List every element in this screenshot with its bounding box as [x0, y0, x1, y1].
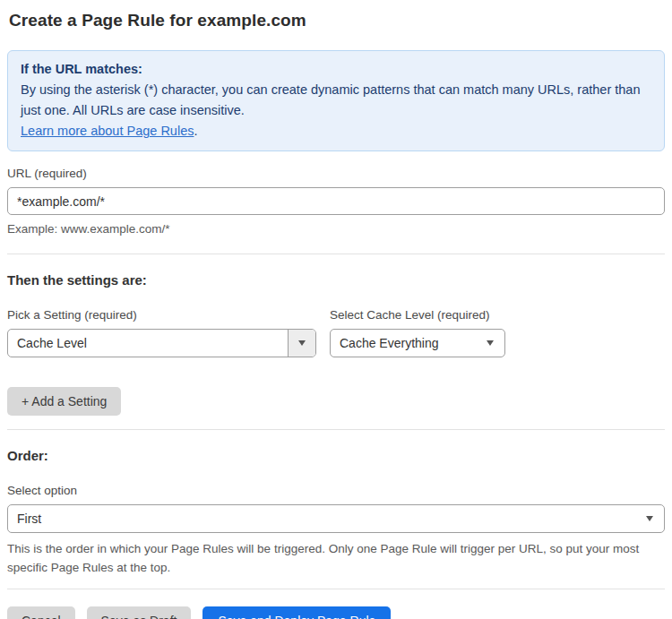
url-label: URL (required) [7, 167, 665, 180]
order-value: First [8, 512, 646, 526]
order-helper-text: This is the order in which your Page Rul… [7, 539, 665, 577]
cache-level-value: Cache Everything [331, 336, 487, 350]
action-buttons-row: Cancel Save as Draft Save and Deploy Pag… [7, 606, 665, 619]
chevron-down-icon [288, 330, 315, 357]
settings-section-heading: Then the settings are: [7, 272, 665, 288]
page-title: Create a Page Rule for example.com [9, 11, 663, 30]
info-box-body: By using the asterisk (*) character, you… [21, 80, 651, 121]
info-box-heading: If the URL matches: [21, 59, 651, 80]
info-box-link-line: Learn more about Page Rules. [21, 121, 651, 142]
link-period: . [194, 124, 197, 138]
pick-setting-column: Pick a Setting (required) Cache Level [7, 308, 330, 357]
cache-level-label: Select Cache Level (required) [330, 308, 505, 322]
order-dropdown[interactable]: First [7, 504, 665, 533]
settings-row: Pick a Setting (required) Cache Level Se… [7, 308, 665, 357]
pick-setting-label: Pick a Setting (required) [7, 308, 330, 322]
chevron-down-icon [646, 516, 653, 521]
divider [7, 254, 665, 254]
triangle-glyph [298, 340, 306, 346]
pick-setting-dropdown[interactable]: Cache Level [7, 329, 316, 357]
save-as-draft-button[interactable]: Save as Draft [87, 606, 192, 619]
url-match-info-box: If the URL matches: By using the asteris… [7, 50, 665, 151]
chevron-down-icon [487, 340, 494, 346]
cancel-button[interactable]: Cancel [7, 606, 75, 619]
pick-setting-value: Cache Level [8, 336, 288, 350]
learn-more-link[interactable]: Learn more about Page Rules [21, 124, 194, 138]
divider [7, 429, 665, 430]
url-input[interactable] [7, 187, 665, 215]
add-setting-button[interactable]: + Add a Setting [7, 387, 121, 416]
order-section-heading: Order: [7, 448, 665, 463]
save-and-deploy-button[interactable]: Save and Deploy Page Rule [202, 606, 391, 619]
create-page-rule-form: Create a Page Rule for example.com If th… [0, 11, 672, 619]
order-select-label: Select option [7, 484, 665, 497]
url-example-text: Example: www.example.com/* [7, 220, 665, 238]
cache-level-column: Select Cache Level (required) Cache Ever… [330, 308, 505, 357]
divider [7, 589, 665, 589]
cache-level-dropdown[interactable]: Cache Everything [330, 329, 505, 357]
